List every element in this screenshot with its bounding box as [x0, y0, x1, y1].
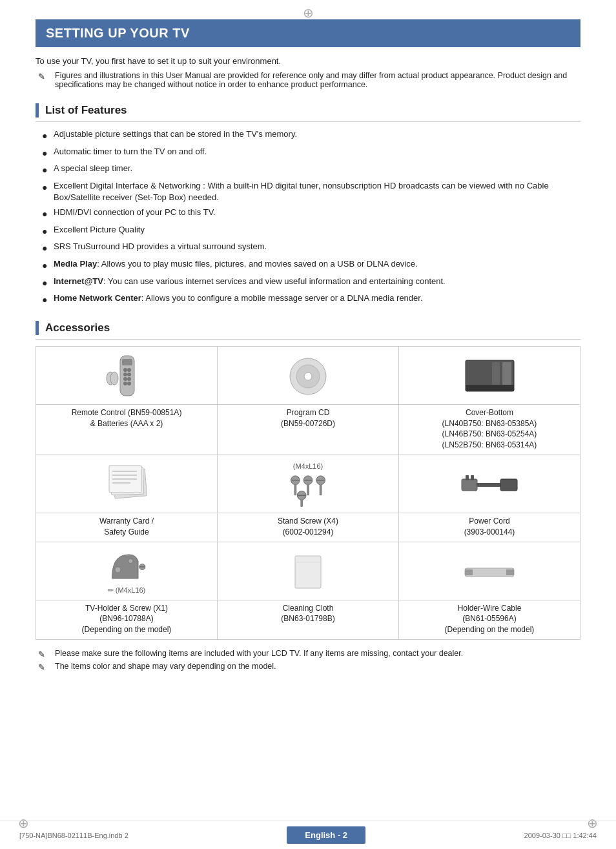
- list-item: ●Media Play: Allows you to play music fi…: [42, 258, 580, 272]
- table-row: Warranty Card /Safety Guide Stand Screw …: [36, 513, 580, 542]
- wire-cable-svg: [464, 564, 515, 580]
- holder-sub-label: ✏ (M4xL16): [108, 586, 146, 595]
- svg-rect-18: [492, 362, 500, 385]
- list-item: ●Excellent Digital Interface & Networkin…: [42, 180, 580, 203]
- note-icon-1: ✎: [38, 72, 51, 81]
- svg-rect-16: [466, 385, 514, 391]
- bullet-icon: ●: [42, 225, 48, 238]
- svg-point-6: [123, 377, 127, 381]
- acc-img-cord: [399, 455, 580, 513]
- acc-label-warranty: Warranty Card /Safety Guide: [36, 513, 218, 542]
- list-item: ●A special sleep timer.: [42, 163, 580, 177]
- svg-rect-40: [471, 475, 474, 480]
- svg-rect-37: [300, 500, 303, 507]
- svg-point-44: [128, 558, 133, 563]
- acc-label-cover: Cover-Bottom(LN40B750: BN63-05385A)(LN46…: [399, 404, 580, 455]
- svg-rect-17: [502, 362, 511, 385]
- footer-right-text: 2009-03-30 □□ 1:42:44: [524, 832, 597, 839]
- acc-label-remote: Remote Control (BN59-00851A)& Batteries …: [36, 404, 218, 455]
- screw-sub-label: (M4xL16): [293, 462, 323, 470]
- bullet-icon: ●: [42, 130, 48, 143]
- svg-rect-51: [506, 569, 514, 575]
- svg-rect-41: [477, 483, 501, 487]
- svg-point-43: [115, 567, 121, 573]
- svg-rect-34: [320, 484, 322, 496]
- list-item: ●Home Network Center: Allows you to conf…: [42, 292, 580, 307]
- screw-svg: [285, 473, 331, 507]
- list-item: ●Automatic timer to turn the TV on and o…: [42, 146, 580, 160]
- acc-img-screw: (M4xL16): [218, 455, 399, 513]
- acc-img-wire-cable: [399, 542, 580, 600]
- cloth-svg: [292, 553, 324, 591]
- acc-label-cord: Power Cord(3903-000144): [399, 513, 580, 542]
- footer: [750-NA]BN68-02111B-Eng.indb 2 English -…: [0, 821, 616, 849]
- bullet-icon: ●: [42, 260, 48, 272]
- bottom-note-text-1: Please make sure the following items are…: [55, 649, 463, 658]
- acc-label-holder: TV-Holder & Screw (X1)(BN96-10788A)(Depe…: [36, 600, 218, 639]
- svg-point-11: [110, 372, 118, 385]
- cd-svg: [289, 357, 327, 396]
- svg-rect-38: [462, 479, 477, 491]
- svg-rect-47: [295, 556, 321, 588]
- table-row: ✏ (M4xL16): [36, 542, 580, 600]
- section-bar-accessories: [36, 321, 39, 335]
- remote-svg: [104, 353, 149, 401]
- cover-svg: [462, 357, 517, 396]
- acc-label-wire-cable: Holder-Wire Cable(BN61-05596A)(Depending…: [399, 600, 580, 639]
- svg-rect-39: [466, 475, 469, 480]
- acc-label-cd: Program CD(BN59-00726D): [218, 404, 399, 455]
- svg-point-3: [127, 368, 131, 372]
- accessories-table: Remote Control (BN59-00851A)& Batteries …: [36, 346, 580, 640]
- bullet-icon: ●: [42, 181, 48, 194]
- list-item: ●Adjustable picture settings that can be…: [42, 128, 580, 143]
- acc-label-cloth: Cleaning Cloth(BN63-01798B): [218, 600, 399, 639]
- acc-label-screw: Stand Screw (X4)(6002-001294): [218, 513, 399, 542]
- section-features-heading: List of Features: [36, 103, 580, 122]
- svg-point-8: [123, 382, 127, 385]
- note-icon-2: ✎: [38, 650, 51, 659]
- bullet-icon: ●: [42, 164, 48, 177]
- warranty-svg: [106, 462, 148, 507]
- note-icon-3: ✎: [38, 662, 51, 672]
- table-row: TV-Holder & Screw (X1)(BN96-10788A)(Depe…: [36, 600, 580, 639]
- bullet-icon: ●: [42, 208, 48, 221]
- svg-point-2: [123, 368, 127, 372]
- feature-list: ●Adjustable picture settings that can be…: [36, 128, 580, 307]
- svg-rect-31: [307, 484, 309, 496]
- svg-point-7: [127, 377, 131, 381]
- list-item: ●HDMI/DVI connection of your PC to this …: [42, 207, 580, 221]
- acc-img-holder: ✏ (M4xL16): [36, 542, 218, 600]
- svg-point-4: [123, 373, 127, 376]
- svg-rect-1: [122, 359, 132, 365]
- bullet-icon: ●: [42, 277, 48, 290]
- crosshair-top-icon: ⊕: [303, 5, 314, 21]
- bullet-icon: ●: [42, 242, 48, 255]
- table-row: (M4xL16): [36, 455, 580, 513]
- svg-point-14: [304, 373, 312, 380]
- svg-point-9: [127, 382, 131, 385]
- bottom-note-1: ✎ Please make sure the following items a…: [36, 649, 580, 659]
- page-title: SETTING UP YOUR TV: [36, 19, 580, 47]
- svg-rect-50: [465, 569, 473, 575]
- svg-rect-28: [294, 484, 296, 496]
- note-block-1: ✎ Figures and illustrations in this User…: [36, 71, 580, 89]
- acc-img-cd: [218, 346, 399, 404]
- table-row: Remote Control (BN59-00851A)& Batteries …: [36, 404, 580, 455]
- bottom-note-2: ✎ The items color and shape may vary dep…: [36, 662, 580, 672]
- section-accessories-heading: Accessories: [36, 321, 580, 340]
- svg-point-5: [127, 373, 131, 376]
- bullet-icon: ●: [42, 147, 48, 160]
- bullet-icon: ●: [42, 294, 48, 307]
- acc-img-cloth: [218, 542, 399, 600]
- note-text-1: Figures and illustrations in this User M…: [55, 71, 580, 89]
- list-item: ●SRS TruSurround HD provides a virtual s…: [42, 241, 580, 255]
- section-title-accessories: Accessories: [45, 322, 110, 334]
- section-title-features: List of Features: [45, 104, 127, 117]
- footer-center-text: English - 2: [287, 826, 365, 844]
- cord-svg: [460, 469, 518, 501]
- main-content: SETTING UP YOUR TV To use your TV, you f…: [0, 0, 616, 713]
- section-bar-features: [36, 103, 39, 118]
- bottom-notes: ✎ Please make sure the following items a…: [36, 649, 580, 672]
- acc-img-cover: [399, 346, 580, 404]
- footer-left-text: [750-NA]BN68-02111B-Eng.indb 2: [19, 832, 128, 839]
